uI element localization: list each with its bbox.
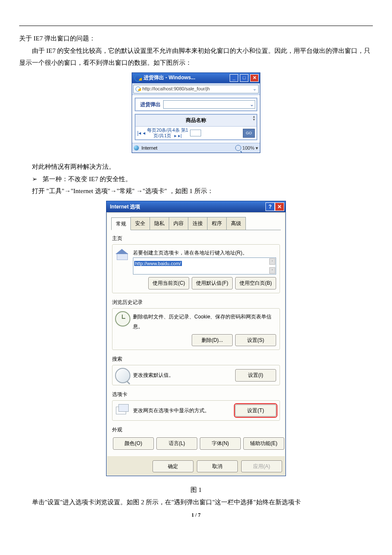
internet-options-titlebar[interactable]: Internet 选项 ? ✕ [107,201,285,212]
pager-next-icon[interactable]: ▸ [174,133,177,138]
accessibility-button[interactable]: 辅助功能(E) [243,437,284,450]
bullet-method1: ➢ 第一种：不改变 IE7 的安全性。 [19,173,373,185]
tab-content[interactable]: 内容 [169,217,188,230]
use-default-button[interactable]: 使用默认值(F) [192,277,233,289]
homepage-desc: 若要创建主页选项卡，请在各地址行键入地址(R)。 [133,248,276,258]
tab-security[interactable]: 安全 [130,217,150,230]
use-current-button[interactable]: 使用当前页(C) [148,277,189,289]
go-button[interactable]: GO [243,129,255,138]
address-url: http://localhost:9080/sale_four/jh [142,84,210,93]
history-group-label: 浏览历史记录 [112,298,280,307]
zoom-value: 100% [242,144,254,153]
languages-button[interactable]: 语言(L) [156,437,197,450]
help-button[interactable]: ? [265,202,275,211]
tab-general[interactable]: 常规 [111,217,131,230]
status-bar: Internet 100% ▾ [132,143,260,153]
close-button[interactable]: ✕ [275,202,284,211]
filter-row: 进货弹出 ⌄ [135,98,257,112]
filter-combo[interactable]: ⌄ [163,100,255,109]
search-group-label: 搜索 [112,354,280,364]
page-icon [135,87,141,92]
homepage-group-label: 主页 [112,234,280,243]
status-zone-label: Internet [141,144,157,153]
history-settings-button[interactable]: 设置(S) [235,334,276,347]
results-table: 商品名称 ▴▾ |◂ ◂ 每页20条/共4条 第1 页/共1页 ▸ ▸| GO [135,114,257,140]
tabs-icon [115,403,129,417]
page-number: 1 / 7 [19,510,373,520]
search-desc: 更改搜索默认值。 [133,370,174,380]
internet-zone-icon [134,145,139,150]
use-blank-button[interactable]: 使用空白页(B) [235,277,276,289]
search-icon [115,368,130,383]
address-bar[interactable]: http://localhost:9080/sale_four/jh ⌄ [133,85,259,93]
tab-strip: 常规 安全 隐私 内容 连接 程序 高级 [111,217,281,230]
paragraph-intro: 关于 IE7 弹出窗口的问题： [19,32,373,45]
ok-button[interactable]: 确定 [153,460,193,473]
home-icon [115,247,129,261]
apply-button[interactable]: 应用(A) [241,460,282,473]
ie-window-title: 进货弹出 - Windows... [144,73,195,83]
bullet-arrow-icon: ➢ [32,173,37,185]
paragraph-steps: 打开 "工具"→"Internet 选项"→"常规" →"选项卡" ，如图 1 … [19,185,373,197]
cancel-button[interactable]: 取消 [197,460,238,473]
maximize-button[interactable]: □ [240,74,248,82]
ie-popup-window: 进货弹出 - Windows... _ □ ✕ http://localhost… [132,72,260,153]
zoom-control[interactable]: 100% ▾ [235,144,258,153]
pager-last-icon[interactable]: ▸| [178,133,182,138]
fonts-button[interactable]: 字体(N) [200,437,241,450]
ie-logo-icon [134,74,142,82]
address-dropdown-icon[interactable]: ⌄ [253,84,257,93]
pager-prev-icon[interactable]: ◂ [143,128,145,138]
zoom-dropdown-icon[interactable]: ▾ [256,144,258,153]
pager-row: |◂ ◂ 每页20条/共4条 第1 页/共1页 ▸ ▸| GO [135,127,257,139]
table-header[interactable]: 商品名称 ▴▾ [135,115,257,127]
tab-connections[interactable]: 连接 [188,217,208,230]
table-header-label: 商品名称 [186,117,206,123]
history-desc: 删除临时文件、历史记录、Cookie、保存的密码和网页表单信息。 [133,312,276,332]
textarea-scrollbar[interactable]: ˄˅ [269,258,275,274]
zoom-icon [235,145,241,151]
close-button[interactable]: ✕ [250,74,259,82]
paragraph-solutions: 对此种情况有两种解决方法。 [19,161,373,173]
tab-advanced[interactable]: 高级 [226,217,246,230]
tabs-group-label: 选项卡 [112,390,280,399]
minimize-button[interactable]: _ [230,74,238,82]
dialog-buttons: 确定 取消 应用(A) [107,457,285,476]
dialog-title: Internet 选项 [110,202,140,212]
filter-label: 进货弹出 [137,100,161,110]
history-icon [115,311,130,327]
tab-privacy[interactable]: 隐私 [150,217,169,230]
tab-programs[interactable]: 程序 [207,217,227,230]
address-bar-row: http://localhost:9080/sale_four/jh ⌄ [132,83,260,95]
homepage-url: http://www.baidu.com/ [134,261,182,266]
delete-button[interactable]: 删除(D)... [192,334,233,347]
tabs-desc: 更改网页在选项卡中显示的方式。 [133,406,210,416]
paragraph-explain: 由于 IE7 的安全性比较高，它的默认设置里不允许由脚本来初始化窗口的大小和位置… [19,45,373,69]
appearance-group-label: 外观 [112,425,280,435]
search-settings-button[interactable]: 设置(I) [235,369,276,382]
ie-window-titlebar[interactable]: 进货弹出 - Windows... _ □ ✕ [132,73,260,83]
pager-input[interactable] [190,130,201,136]
colors-button[interactable]: 颜色(O) [113,437,154,450]
internet-options-dialog: Internet 选项 ? ✕ 常规 安全 隐私 内容 连接 程序 高级 主页 … [106,201,286,476]
homepage-input[interactable]: http://www.baidu.com/ ˄˅ [133,257,276,275]
tabs-settings-button[interactable]: 设置(T) [235,405,276,417]
pager-text: 每页20条/共4条 第1 页/共1页 ▸ ▸| [147,127,188,139]
sort-icons[interactable]: ▴▾ [253,115,255,121]
bullet-text: 第一种：不改变 IE7 的安全性。 [43,173,132,185]
pager-first-icon[interactable]: |◂ [137,128,141,138]
figure-caption-1: 图 1 [19,484,373,496]
paragraph-continue: 单击"设置"进入选项卡浏览设置。如图 2 所示，在"遇到弹出窗口"这一栏中选择"… [19,496,373,509]
